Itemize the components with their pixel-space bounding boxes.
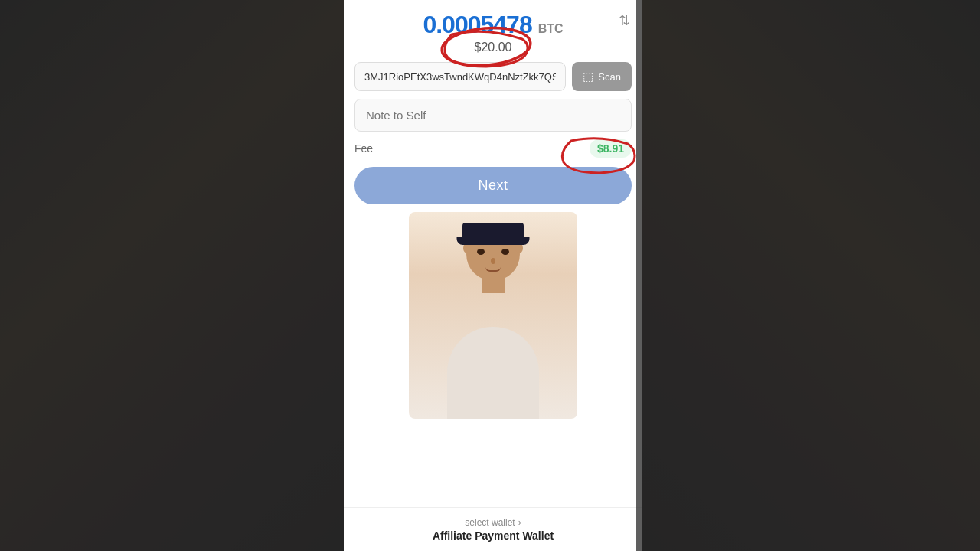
swap-icon[interactable]: ⇅ [619,12,630,29]
fee-amount: $8.91 [590,139,632,158]
select-wallet-text: select wallet [465,517,514,528]
hat-brim [457,237,530,245]
address-input[interactable] [354,62,566,91]
usd-container: $20.00 [475,41,512,54]
address-row: ⬚ Scan [344,54,642,99]
scan-icon: ⬚ [583,70,593,83]
select-wallet-row: select wallet › [465,517,521,528]
fee-row: Fee $8.91 [344,139,642,167]
scan-button[interactable]: ⬚ Scan [572,62,632,91]
btc-amount-row: 0.0005478 BTC [423,11,563,39]
hat [462,223,524,238]
note-input[interactable] [354,99,632,132]
select-wallet-chevron: › [518,517,521,528]
body [447,327,539,419]
person-photo [409,212,577,419]
fee-label: Fee [354,142,373,155]
person-image-area [344,212,642,551]
scan-label: Scan [598,71,621,83]
usd-amount: $20.00 [475,41,512,54]
wallet-name: Affiliate Payment Wallet [433,530,554,542]
next-button[interactable]: Next [354,167,632,204]
note-row [344,99,642,139]
app-panel: 0.0005478 BTC $20.00 ⇅ ⬚ Scan Fee $8.91 [344,0,642,551]
btc-amount: 0.0005478 [423,11,531,39]
right-overlay [636,0,980,551]
wallet-selector[interactable]: select wallet › Affiliate Payment Wallet [344,507,642,551]
left-overlay [0,0,344,551]
neck [482,278,505,293]
btc-unit: BTC [538,22,564,36]
amount-area: 0.0005478 BTC $20.00 ⇅ [344,0,642,54]
